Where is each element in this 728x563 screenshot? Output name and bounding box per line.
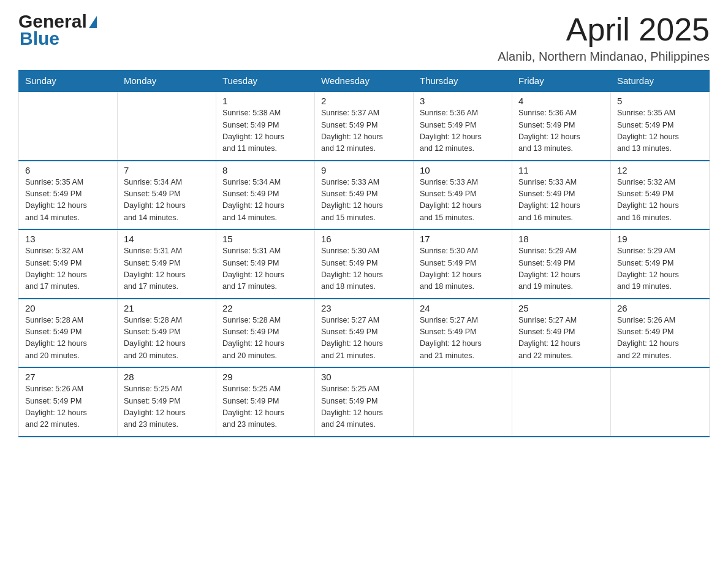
calendar-cell: 21Sunrise: 5:28 AM Sunset: 5:49 PM Dayli… — [118, 299, 216, 368]
calendar-cell: 1Sunrise: 5:38 AM Sunset: 5:49 PM Daylig… — [216, 91, 315, 161]
calendar-header-thursday: Thursday — [414, 71, 512, 92]
day-number: 19 — [617, 234, 703, 244]
calendar-header-tuesday: Tuesday — [216, 71, 315, 92]
day-info: Sunrise: 5:29 AM Sunset: 5:49 PM Dayligh… — [617, 245, 703, 293]
calendar-week-3: 13Sunrise: 5:32 AM Sunset: 5:49 PM Dayli… — [19, 229, 710, 299]
day-number: 24 — [420, 303, 506, 313]
day-number: 15 — [222, 234, 308, 244]
calendar-header-saturday: Saturday — [611, 71, 710, 92]
day-number: 28 — [124, 372, 210, 382]
day-info: Sunrise: 5:34 AM Sunset: 5:49 PM Dayligh… — [222, 177, 308, 224]
day-info: Sunrise: 5:26 AM Sunset: 5:49 PM Dayligh… — [25, 383, 111, 431]
day-info: Sunrise: 5:37 AM Sunset: 5:49 PM Dayligh… — [321, 107, 407, 155]
day-info: Sunrise: 5:32 AM Sunset: 5:49 PM Dayligh… — [25, 245, 111, 293]
calendar-cell: 13Sunrise: 5:32 AM Sunset: 5:49 PM Dayli… — [19, 229, 118, 299]
day-info: Sunrise: 5:31 AM Sunset: 5:49 PM Dayligh… — [222, 245, 308, 293]
calendar-header-row: SundayMondayTuesdayWednesdayThursdayFrid… — [19, 71, 710, 92]
day-info: Sunrise: 5:28 AM Sunset: 5:49 PM Dayligh… — [124, 315, 210, 362]
title-area: April 2025 Alanib, Northern Mindanao, Ph… — [498, 12, 710, 64]
day-number: 7 — [124, 165, 210, 175]
calendar-week-1: 1Sunrise: 5:38 AM Sunset: 5:49 PM Daylig… — [19, 91, 710, 161]
calendar-header-friday: Friday — [512, 71, 611, 92]
day-number: 20 — [25, 303, 111, 313]
calendar-cell — [611, 367, 710, 437]
day-number: 16 — [321, 234, 407, 244]
day-info: Sunrise: 5:33 AM Sunset: 5:49 PM Dayligh… — [321, 177, 407, 224]
day-info: Sunrise: 5:31 AM Sunset: 5:49 PM Dayligh… — [124, 245, 210, 293]
calendar-table: SundayMondayTuesdayWednesdayThursdayFrid… — [18, 70, 710, 437]
calendar-cell: 23Sunrise: 5:27 AM Sunset: 5:49 PM Dayli… — [315, 299, 414, 368]
day-number: 22 — [222, 303, 308, 313]
day-number: 25 — [518, 303, 604, 313]
calendar-cell: 3Sunrise: 5:36 AM Sunset: 5:49 PM Daylig… — [414, 91, 512, 161]
calendar-cell: 18Sunrise: 5:29 AM Sunset: 5:49 PM Dayli… — [512, 229, 611, 299]
calendar-cell: 11Sunrise: 5:33 AM Sunset: 5:49 PM Dayli… — [512, 161, 611, 230]
day-info: Sunrise: 5:32 AM Sunset: 5:49 PM Dayligh… — [617, 177, 703, 224]
day-number: 8 — [222, 165, 308, 175]
calendar-cell: 17Sunrise: 5:30 AM Sunset: 5:49 PM Dayli… — [414, 229, 512, 299]
day-info: Sunrise: 5:27 AM Sunset: 5:49 PM Dayligh… — [420, 315, 506, 362]
day-info: Sunrise: 5:34 AM Sunset: 5:49 PM Dayligh… — [124, 177, 210, 224]
calendar-cell: 26Sunrise: 5:26 AM Sunset: 5:49 PM Dayli… — [611, 299, 710, 368]
day-info: Sunrise: 5:29 AM Sunset: 5:49 PM Dayligh… — [518, 245, 604, 293]
month-title: April 2025 — [498, 12, 710, 47]
day-number: 13 — [25, 234, 111, 244]
calendar-cell — [19, 91, 118, 161]
day-number: 14 — [124, 234, 210, 244]
calendar-header-monday: Monday — [118, 71, 216, 92]
day-info: Sunrise: 5:25 AM Sunset: 5:49 PM Dayligh… — [222, 383, 308, 431]
day-info: Sunrise: 5:36 AM Sunset: 5:49 PM Dayligh… — [420, 107, 506, 155]
day-number: 6 — [25, 165, 111, 175]
calendar-week-2: 6Sunrise: 5:35 AM Sunset: 5:49 PM Daylig… — [19, 161, 710, 230]
day-info: Sunrise: 5:27 AM Sunset: 5:49 PM Dayligh… — [321, 315, 407, 362]
calendar-cell: 24Sunrise: 5:27 AM Sunset: 5:49 PM Dayli… — [414, 299, 512, 368]
day-number: 27 — [25, 372, 111, 382]
day-info: Sunrise: 5:30 AM Sunset: 5:49 PM Dayligh… — [321, 245, 407, 293]
day-info: Sunrise: 5:33 AM Sunset: 5:49 PM Dayligh… — [420, 177, 506, 224]
calendar-cell: 25Sunrise: 5:27 AM Sunset: 5:49 PM Dayli… — [512, 299, 611, 368]
day-number: 11 — [518, 165, 604, 175]
day-info: Sunrise: 5:33 AM Sunset: 5:49 PM Dayligh… — [518, 177, 604, 224]
calendar-week-5: 27Sunrise: 5:26 AM Sunset: 5:49 PM Dayli… — [19, 367, 710, 437]
calendar-cell — [512, 367, 611, 437]
day-info: Sunrise: 5:30 AM Sunset: 5:49 PM Dayligh… — [420, 245, 506, 293]
calendar-cell — [118, 91, 216, 161]
location-title: Alanib, Northern Mindanao, Philippines — [498, 50, 710, 64]
logo-blue-text: Blue — [20, 29, 59, 48]
calendar-cell: 14Sunrise: 5:31 AM Sunset: 5:49 PM Dayli… — [118, 229, 216, 299]
day-number: 29 — [222, 372, 308, 382]
calendar-cell: 28Sunrise: 5:25 AM Sunset: 5:49 PM Dayli… — [118, 367, 216, 437]
day-number: 9 — [321, 165, 407, 175]
day-info: Sunrise: 5:35 AM Sunset: 5:49 PM Dayligh… — [617, 107, 703, 155]
logo-arrow-icon — [89, 16, 97, 28]
calendar-cell: 9Sunrise: 5:33 AM Sunset: 5:49 PM Daylig… — [315, 161, 414, 230]
day-number: 26 — [617, 303, 703, 313]
calendar-cell: 2Sunrise: 5:37 AM Sunset: 5:49 PM Daylig… — [315, 91, 414, 161]
day-number: 5 — [617, 96, 703, 106]
day-info: Sunrise: 5:27 AM Sunset: 5:49 PM Dayligh… — [518, 315, 604, 362]
calendar-week-4: 20Sunrise: 5:28 AM Sunset: 5:49 PM Dayli… — [19, 299, 710, 368]
calendar-header-sunday: Sunday — [19, 71, 118, 92]
calendar-cell: 20Sunrise: 5:28 AM Sunset: 5:49 PM Dayli… — [19, 299, 118, 368]
day-number: 1 — [222, 96, 308, 106]
calendar-cell: 22Sunrise: 5:28 AM Sunset: 5:49 PM Dayli… — [216, 299, 315, 368]
day-number: 21 — [124, 303, 210, 313]
day-info: Sunrise: 5:38 AM Sunset: 5:49 PM Dayligh… — [222, 107, 308, 155]
day-info: Sunrise: 5:25 AM Sunset: 5:49 PM Dayligh… — [124, 383, 210, 431]
logo: General Blue — [18, 12, 97, 48]
calendar-cell: 27Sunrise: 5:26 AM Sunset: 5:49 PM Dayli… — [19, 367, 118, 437]
day-number: 23 — [321, 303, 407, 313]
day-number: 17 — [420, 234, 506, 244]
day-info: Sunrise: 5:28 AM Sunset: 5:49 PM Dayligh… — [222, 315, 308, 362]
calendar-cell — [414, 367, 512, 437]
page-header: General Blue April 2025 Alanib, Northern… — [18, 12, 710, 64]
calendar-cell: 8Sunrise: 5:34 AM Sunset: 5:49 PM Daylig… — [216, 161, 315, 230]
calendar-cell: 16Sunrise: 5:30 AM Sunset: 5:49 PM Dayli… — [315, 229, 414, 299]
day-number: 2 — [321, 96, 407, 106]
calendar-cell: 7Sunrise: 5:34 AM Sunset: 5:49 PM Daylig… — [118, 161, 216, 230]
calendar-header-wednesday: Wednesday — [315, 71, 414, 92]
day-number: 10 — [420, 165, 506, 175]
day-info: Sunrise: 5:28 AM Sunset: 5:49 PM Dayligh… — [25, 315, 111, 362]
day-info: Sunrise: 5:25 AM Sunset: 5:49 PM Dayligh… — [321, 383, 407, 431]
calendar-cell: 19Sunrise: 5:29 AM Sunset: 5:49 PM Dayli… — [611, 229, 710, 299]
